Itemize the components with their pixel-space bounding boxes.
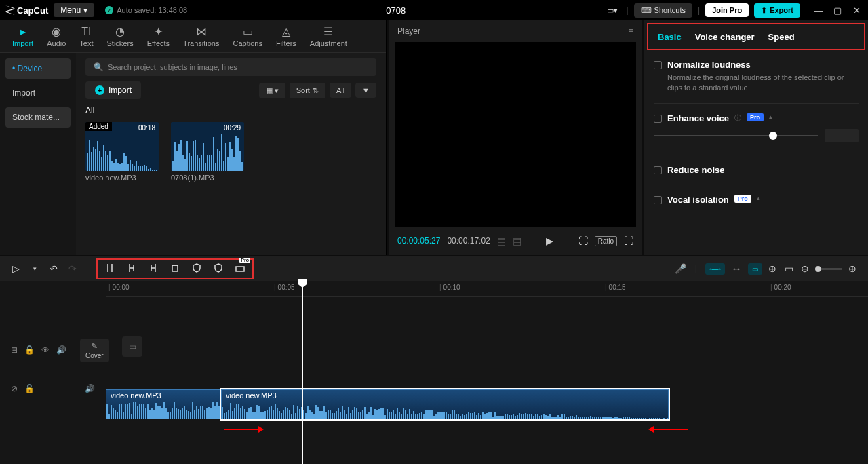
list-icon[interactable]: ▤ [497,235,506,246]
layout-button[interactable]: ▭▾ [604,3,620,18]
list2-icon[interactable]: ▤ [513,235,521,246]
filter-all-button[interactable]: All [330,83,351,98]
link-toggle[interactable]: ⊶ [729,263,744,275]
tab-captions[interactable]: ▭Captions [226,22,269,50]
tab-basic[interactable]: Basic [658,32,682,42]
cover-button[interactable]: ✎ Cover [80,339,109,362]
close-button[interactable]: ✕ [850,5,863,16]
lock-icon[interactable]: 🔓 [24,384,35,393]
export-button[interactable]: ⬆ Export [754,3,800,18]
ruler-tick: 00:00 [108,284,130,291]
disable-icon[interactable]: ⊘ [11,384,18,393]
zoom-slider[interactable] [815,268,842,270]
collapse-icon[interactable]: ⊟ [11,345,18,355]
tab-speed[interactable]: Speed [768,32,795,42]
annotation-arrow-left [648,422,688,436]
tab-text[interactable]: TIText [73,23,100,50]
fullscreen-icon[interactable]: ⛶ [624,235,633,246]
audio-clip[interactable]: video new.MP3 [106,389,221,419]
zoom-out-button[interactable]: ⊖ [799,263,811,274]
maximize-button[interactable]: ▢ [831,5,844,16]
tracks-area: ⊟ 🔓 👁 🔊 ✎ Cover ⊘ 🔓 🔊 ▭ video [0,297,868,464]
audio-icon: ◉ [52,25,61,38]
magnet-toggle[interactable]: ◦—◦ [705,263,725,275]
crop-icon[interactable]: ⛶ [578,235,588,246]
text-icon: TI [81,26,91,38]
trim-left-tool[interactable] [126,263,137,275]
enhance-slider[interactable] [654,135,818,136]
undo-button[interactable]: ↶ [47,263,60,274]
titlebar-right: ▭▾ | ⌨ Shortcuts | Join Pro ⬆ Export — ▢… [604,3,863,18]
play-button[interactable]: ▶ [546,235,553,246]
tab-effects[interactable]: ✦Effects [140,22,176,50]
media-item[interactable]: Added 00:18 video new.MP3 [85,122,159,182]
trim-right-tool[interactable] [148,263,159,275]
video-placeholder[interactable]: ▭ [122,336,142,357]
lock-icon[interactable]: 🔓 [24,345,35,355]
filter-button[interactable]: ▼ [355,83,376,98]
media-area: 🔍 Search project, subjects in image, lin… [76,53,386,255]
tab-stickers[interactable]: ◔Stickers [100,22,140,50]
svg-rect-1 [236,267,244,271]
search-input[interactable]: 🔍 Search project, subjects in image, lin… [85,58,376,76]
info-icon[interactable]: ⓘ [734,113,741,123]
minimize-button[interactable]: — [812,5,825,16]
reduce-checkbox[interactable] [654,166,662,174]
normalize-checkbox[interactable] [654,61,662,69]
delete-tool[interactable] [170,263,180,275]
vocal-section: Vocal isolation Pro ▴ [654,195,859,205]
timeline-ruler[interactable]: 00:00 00:05 00:10 00:15 00:20 [106,281,868,297]
check-icon: ✓ [105,6,113,14]
shield2-tool[interactable] [213,263,224,275]
tab-filters[interactable]: ◬Filters [269,22,303,50]
playhead[interactable] [302,281,303,464]
select-tool[interactable]: ▷ [9,263,22,274]
import-media-button[interactable]: + Import [85,81,141,99]
tab-audio[interactable]: ◉Audio [40,22,73,50]
sidenav-import[interactable]: Import [5,83,71,103]
redo-button[interactable]: ↷ [66,263,79,274]
captions-icon: ▭ [243,25,253,38]
ratio-button[interactable]: Ratio [595,236,617,246]
audio-clip-selected[interactable]: video new.MP3 [221,389,669,419]
shortcuts-button[interactable]: ⌨ Shortcuts [634,3,692,18]
sidenav-stock[interactable]: Stock mate... [5,107,71,128]
normalize-label: Normalize loudness [667,60,859,70]
slider-thumb[interactable] [769,132,777,140]
track-body[interactable]: ▭ video new.MP3 video new.MP3 [106,297,868,464]
player-viewport[interactable] [395,42,636,227]
svg-rect-0 [172,265,178,271]
mic-icon[interactable]: 🎤 [675,263,687,274]
tab-voice-changer[interactable]: Voice changer [695,32,755,42]
join-pro-button[interactable]: Join Pro [705,3,749,17]
enhance-checkbox[interactable] [654,115,662,123]
media-item[interactable]: 00:29 0708(1).MP3 [171,122,244,182]
snap-toggle[interactable]: ▭ [748,263,762,275]
pro-tool[interactable]: Pro [235,263,245,275]
waveform-icon [171,130,244,171]
mute-icon[interactable]: 🔊 [56,345,66,355]
select-chevron[interactable]: ▾ [28,265,41,272]
zoom-in-button[interactable]: ⊕ [846,263,859,274]
preview-icon[interactable]: ▭ [783,263,795,274]
media-name: 0708(1).MP3 [171,174,244,182]
mute-icon[interactable]: 🔊 [85,384,95,393]
sidenav-device[interactable]: Device [5,58,71,79]
tab-transitions[interactable]: ⋈Transitions [176,22,226,50]
export-label: Export [770,6,793,14]
clip-label: video new.MP3 [111,391,161,400]
eye-icon[interactable]: 👁 [41,345,50,355]
split-tool[interactable] [104,263,115,275]
menu-button[interactable]: Menu ▾ [54,3,94,17]
vocal-checkbox[interactable] [654,196,662,204]
align-icon[interactable]: ⊕ [766,263,778,274]
sort-button[interactable]: Sort ⇅ [290,83,326,98]
tab-adjustment[interactable]: ☰Adjustment [303,22,354,50]
hamburger-icon[interactable]: ≡ [629,26,633,36]
slider-value-input[interactable] [825,129,859,142]
tab-import[interactable]: ▸Import [5,22,40,50]
annotation-arrow-right [224,422,264,436]
search-placeholder: Search project, subjects in image, lines [108,63,237,71]
grid-view-button[interactable]: ▦ ▾ [259,83,285,98]
shield-tool[interactable] [191,263,202,275]
